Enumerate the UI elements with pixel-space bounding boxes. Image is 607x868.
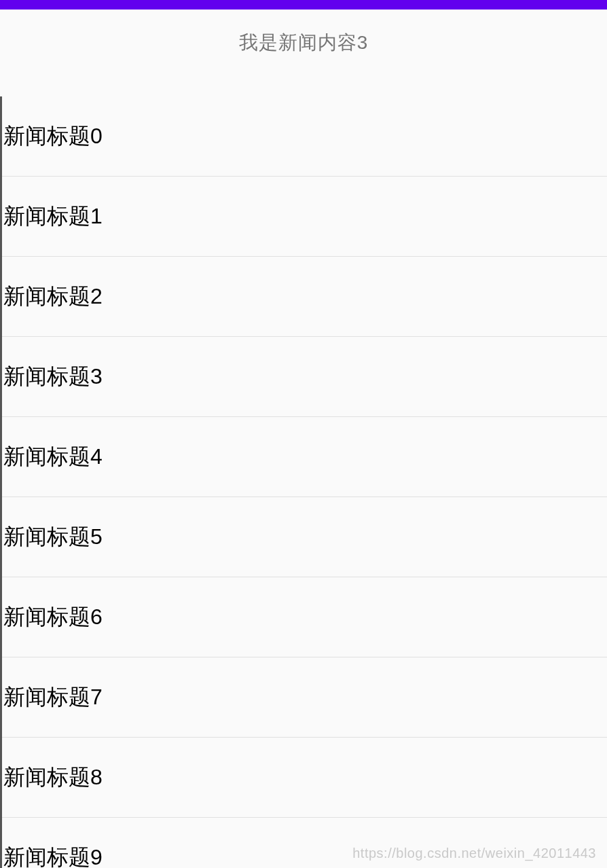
news-title: 新闻标题3 [3,362,103,392]
list-item[interactable]: 新闻标题9 [2,818,607,868]
list-item[interactable]: 新闻标题3 [2,337,607,417]
news-title: 新闻标题4 [3,442,103,472]
news-title: 新闻标题8 [3,763,103,793]
news-content-label: 我是新闻内容3 [239,32,369,53]
news-content-header: 我是新闻内容3 [0,10,607,96]
list-item[interactable]: 新闻标题7 [2,657,607,738]
news-title: 新闻标题6 [3,602,103,632]
list-item[interactable]: 新闻标题5 [2,497,607,577]
news-title: 新闻标题7 [3,683,103,712]
list-item[interactable]: 新闻标题8 [2,738,607,818]
news-title: 新闻标题2 [3,282,103,312]
list-item[interactable]: 新闻标题6 [2,577,607,657]
list-item[interactable]: 新闻标题2 [2,257,607,337]
news-title: 新闻标题1 [3,202,103,232]
list-item[interactable]: 新闻标题1 [2,177,607,257]
news-title: 新闻标题0 [3,122,103,151]
news-title: 新闻标题9 [3,843,103,869]
news-list[interactable]: 新闻标题0 新闻标题1 新闻标题2 新闻标题3 新闻标题4 新闻标题5 新闻标题… [0,96,607,868]
list-item[interactable]: 新闻标题4 [2,417,607,497]
list-item[interactable]: 新闻标题0 [2,96,607,177]
news-title: 新闻标题5 [3,522,103,552]
status-bar [0,0,607,10]
